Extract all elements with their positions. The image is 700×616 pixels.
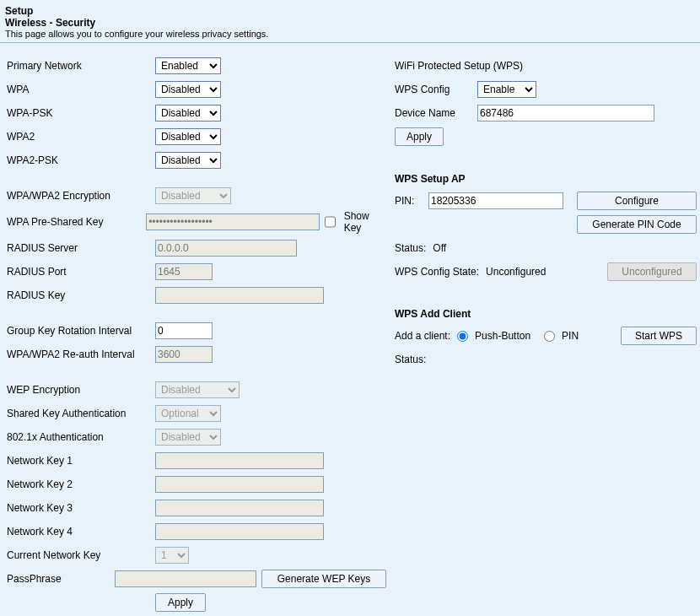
add-client-status-label: Status: (395, 354, 426, 365)
dot1x-auth-label: 802.1x Authentication (7, 431, 155, 443)
reauth-interval-label: WPA/WPA2 Re-auth Interval (7, 349, 155, 360)
wpa-psk-select[interactable]: Disabled (155, 105, 221, 122)
wpa-select[interactable]: Disabled (155, 81, 221, 98)
page-header: Setup Wireless - Security This page allo… (0, 0, 700, 43)
pin-label: PIN: (395, 195, 422, 207)
dot1x-auth-select: Disabled (155, 429, 221, 446)
wpa2-psk-select[interactable]: Disabled (155, 152, 221, 169)
page-title: Setup (5, 5, 695, 17)
group-key-rotation-label: Group Key Rotation Interval (7, 325, 155, 337)
radius-key-label: RADIUS Key (7, 289, 155, 301)
wpa-label: WPA (7, 84, 155, 95)
current-network-key-select: 1 (155, 547, 189, 564)
page-description: This page allows you to configure your w… (5, 29, 695, 39)
wps-config-label: WPS Config (395, 84, 471, 95)
wpa-encryption-label: WPA/WPA2 Encryption (7, 190, 155, 202)
configure-button[interactable]: Configure (577, 192, 697, 210)
unconfigured-button: Unconfigured (607, 262, 697, 281)
network-key-1-field (155, 452, 324, 469)
current-network-key-label: Current Network Key (7, 549, 155, 561)
group-key-rotation-field[interactable] (155, 322, 213, 339)
wps-apply-button[interactable]: Apply (395, 127, 444, 146)
device-name-field[interactable] (477, 105, 654, 122)
network-key-2-label: Network Key 2 (7, 478, 155, 490)
wep-encryption-label: WEP Encryption (7, 384, 155, 396)
network-key-2-field (155, 476, 324, 493)
radius-server-field (155, 240, 297, 257)
shared-key-auth-select: Optional (155, 405, 221, 422)
wps-status-label: Status: (395, 242, 426, 254)
wpa-psk-label: WPA-PSK (7, 107, 155, 119)
radius-port-field (155, 263, 213, 280)
wps-config-select[interactable]: Enable (477, 81, 536, 98)
radius-server-label: RADIUS Server (7, 242, 155, 254)
network-key-3-label: Network Key 3 (7, 502, 155, 514)
generate-pin-button[interactable]: Generate PIN Code (577, 215, 697, 234)
primary-network-select[interactable]: Enabled (155, 57, 221, 74)
wpa2-label: WPA2 (7, 131, 155, 143)
network-key-1-label: Network Key 1 (7, 455, 155, 467)
start-wps-button[interactable]: Start WPS (621, 327, 697, 345)
pin-field[interactable] (428, 192, 563, 209)
wpa-encryption-select: Disabled (155, 187, 231, 204)
primary-network-label: Primary Network (7, 60, 155, 72)
wps-status-value: Off (433, 242, 446, 254)
wpa2-select[interactable]: Disabled (155, 128, 221, 145)
network-key-4-field (155, 523, 324, 540)
pin-radio-label: PIN (562, 330, 579, 342)
generate-wep-keys-button[interactable]: Generate WEP Keys (261, 570, 386, 588)
network-key-4-label: Network Key 4 (7, 526, 155, 538)
device-name-label: Device Name (395, 107, 471, 119)
show-key-checkbox[interactable] (325, 216, 336, 228)
reauth-interval-field (155, 346, 213, 363)
push-button-radio-label: Push-Button (475, 330, 530, 342)
shared-key-auth-label: Shared Key Authentication (7, 408, 155, 419)
add-client-label: Add a client: (395, 330, 450, 342)
show-key-label: Show Key (344, 210, 386, 234)
wpa2-psk-label: WPA2-PSK (7, 154, 155, 166)
page-subtitle: Wireless - Security (5, 17, 695, 29)
wps-config-state-value: Unconfigured (486, 266, 546, 278)
wpa-preshared-key-field (146, 213, 319, 230)
network-key-3-field (155, 500, 324, 516)
wep-encryption-select: Disabled (155, 381, 240, 398)
radius-key-field (155, 287, 324, 304)
passphrase-label: PassPhrase (7, 573, 115, 585)
wps-config-state-label: WPS Config State: (395, 266, 479, 278)
wps-title: WiFi Protected Setup (WPS) (395, 60, 523, 72)
apply-button[interactable]: Apply (155, 593, 206, 612)
push-button-radio[interactable] (457, 331, 468, 342)
wps-add-client-title: WPS Add Client (395, 308, 697, 320)
passphrase-field (115, 570, 256, 587)
wpa-preshared-key-label: WPA Pre-Shared Key (7, 216, 146, 228)
wps-setup-ap-title: WPS Setup AP (395, 173, 697, 185)
radius-port-label: RADIUS Port (7, 266, 155, 278)
pin-radio[interactable] (544, 331, 555, 342)
